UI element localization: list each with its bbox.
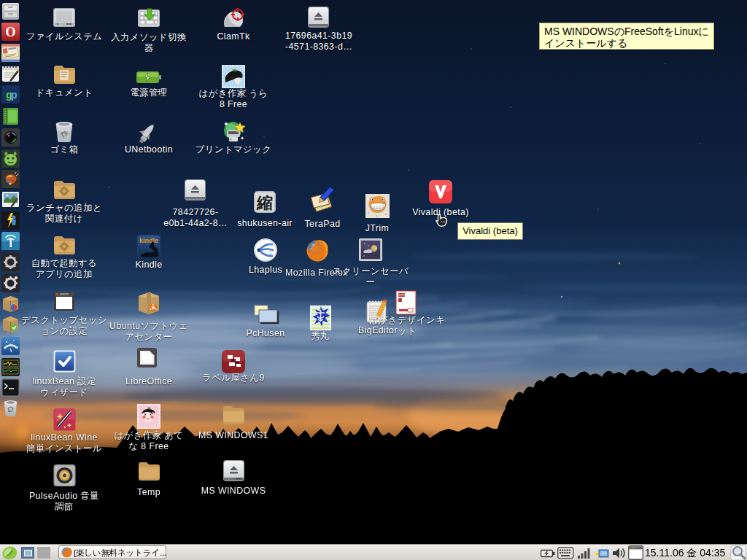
svg-text:p: p xyxy=(11,89,18,101)
svg-text:kindle: kindle xyxy=(139,237,158,244)
svg-text:O: O xyxy=(5,25,15,39)
svg-text:縮: 縮 xyxy=(256,194,273,212)
